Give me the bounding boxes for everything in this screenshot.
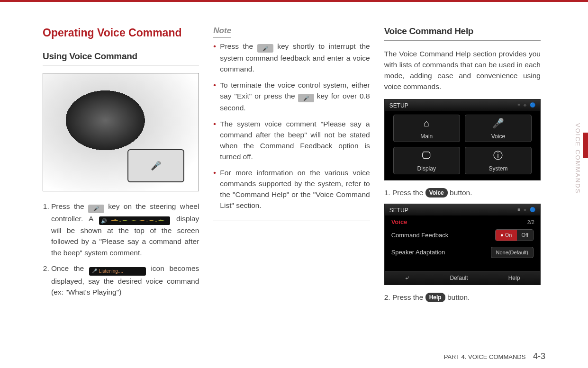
help-button[interactable]: Help xyxy=(508,274,520,282)
speaker-adaptation-select[interactable]: None(Default) xyxy=(491,247,534,259)
setup-header-2-label: SETUP xyxy=(389,207,408,214)
note-bullet-1: Press the 🎤 key shortly to interrupt the… xyxy=(213,41,370,75)
page-footer: PART 4. VOICE COMMANDS 4-3 xyxy=(444,351,545,361)
note-label: Note xyxy=(213,25,231,38)
step-1-text-a: Press the xyxy=(51,202,88,210)
setup-tile-display[interactable]: 🖵Display xyxy=(393,147,460,174)
page-indicator: 2/2 xyxy=(527,218,534,226)
column-3: Voice Command Help The Voice Command Hel… xyxy=(384,25,541,349)
home-icon: ⌂ xyxy=(424,116,429,130)
voice-settings-title: Voice xyxy=(385,215,540,227)
column-1: Operating Voice Command Using Voice Comm… xyxy=(43,25,199,349)
setup-tile-main[interactable]: ⌂Main xyxy=(393,115,460,142)
setup-header-2: SETUP ≡ ⟐ 🔵 xyxy=(385,204,540,215)
status-icons: ≡ ⟐ 🔵 xyxy=(518,206,536,213)
steering-wheel-image: 🎤 xyxy=(43,73,199,191)
voice-key-icon: 🎤 xyxy=(88,205,104,213)
toggle-on: On xyxy=(496,230,516,241)
setup-header-label: SETUP xyxy=(389,102,408,109)
status-icons: ≡ ⟐ 🔵 xyxy=(518,101,536,108)
voice-key-icon: 🎤 xyxy=(298,94,314,102)
row1-label: Command Feedback xyxy=(391,231,449,240)
setup-screen-voice: SETUP ≡ ⟐ 🔵 Voice 2/2 Command Feedback O… xyxy=(384,204,541,285)
note-1a: Press the xyxy=(220,42,257,50)
listening-badge-icon: Listening.... xyxy=(89,267,146,276)
voice-key-icon: 🎤 xyxy=(257,44,273,53)
instruction-list: Press the 🎤 key on the steering wheel co… xyxy=(43,201,199,297)
column-2: Note Press the 🎤 key shortly to interrup… xyxy=(213,25,370,349)
setup-header: SETUP ≡ ⟐ 🔵 xyxy=(385,99,540,111)
step-1: Press the 🎤 key on the steering wheel co… xyxy=(51,201,199,258)
setup-bottom-bar: ⤶ Default Help xyxy=(385,271,540,285)
step-press-help: 2. Press the Help button. xyxy=(384,292,541,303)
row2-label: Speaker Adaptation xyxy=(391,248,445,257)
toggle-command-feedback[interactable]: On Off xyxy=(495,229,534,241)
footer-page-number: 4-3 xyxy=(533,351,545,361)
tile-voice-label: Voice xyxy=(491,132,505,141)
section-title: Operating Voice Command xyxy=(43,25,199,41)
step-2-text-a: Once the xyxy=(51,264,89,272)
tile-system-label: System xyxy=(488,164,507,173)
help-pill: Help xyxy=(425,293,445,302)
voice-button-callout: 🎤 xyxy=(127,149,184,182)
top-red-bar xyxy=(0,0,588,2)
step1-text-b: button. xyxy=(450,188,472,197)
setup-tile-voice[interactable]: 🎤Voice xyxy=(465,115,532,142)
step2-text-a: 2. Press the xyxy=(384,293,425,301)
note-bullet-3: The system voice comment "Please say a c… xyxy=(213,118,370,162)
row-command-feedback: Command Feedback On Off xyxy=(385,226,540,244)
display-icon: 🖵 xyxy=(422,148,431,162)
row-speaker-adaptation: Speaker Adaptation None(Default) xyxy=(385,244,540,261)
setup-screen-grid: SETUP ≡ ⟐ 🔵 ⌂Main 🎤Voice 🖵Display ⓘSyste… xyxy=(384,99,541,180)
tile-main-label: Main xyxy=(420,132,433,141)
voice-pill: Voice xyxy=(425,188,448,197)
step-2: Once the Listening.... icon becomes disp… xyxy=(51,263,199,297)
tile-display-label: Display xyxy=(417,164,436,173)
voice-icon: 🎤 xyxy=(492,116,504,130)
voice-help-title: Voice Command Help xyxy=(384,25,541,41)
side-tab-label: VOICE COMMANDS xyxy=(574,123,581,194)
footer-part: PART 4. VOICE COMMANDS xyxy=(444,353,526,360)
step-press-voice: 1. Press the Voice button. xyxy=(384,187,541,198)
toggle-off: Off xyxy=(517,230,533,241)
side-tab-marker xyxy=(583,133,588,158)
note-bullet-2: To terminate the voice control system, e… xyxy=(213,80,370,114)
step1-text-a: 1. Press the xyxy=(384,188,425,197)
subsection-title: Using Voice Command xyxy=(43,50,199,66)
waveform-display-icon xyxy=(99,216,170,225)
step2-text-b: button. xyxy=(447,293,470,301)
back-button[interactable]: ⤶ xyxy=(405,274,409,282)
note-bullets: Press the 🎤 key shortly to interrupt the… xyxy=(213,41,370,211)
setup-tile-system[interactable]: ⓘSystem xyxy=(465,147,532,174)
note-bullet-4: For more information on the various voic… xyxy=(213,167,370,211)
voice-help-intro: The Voice Command Help section provides … xyxy=(384,48,541,92)
info-icon: ⓘ xyxy=(493,148,503,162)
listening-label: Listening.... xyxy=(99,268,123,275)
default-button[interactable]: Default xyxy=(450,274,468,282)
